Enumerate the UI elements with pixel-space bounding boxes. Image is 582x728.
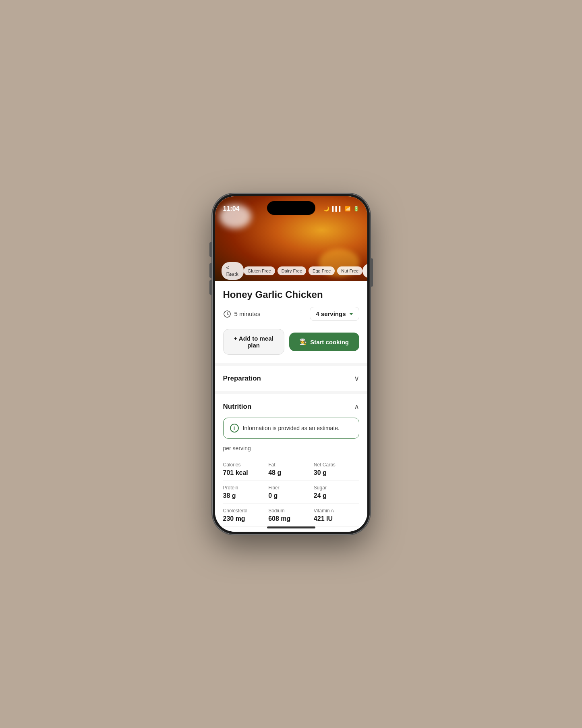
preparation-section: Preparation ∨ — [215, 366, 367, 391]
actions-row: + Add to meal plan 👨‍🍳 Start cooking — [223, 329, 359, 355]
chef-hat-icon: 👨‍🍳 — [299, 338, 307, 345]
status-icons: 🌙 ▌▌▌ 📶 🔋 — [323, 206, 359, 212]
preparation-header[interactable]: Preparation ∨ — [223, 374, 359, 383]
sodium-value: 608 mg — [268, 515, 314, 522]
iron-label: Iron — [314, 531, 359, 532]
nutrition-cholesterol: Cholesterol 230 mg — [223, 504, 269, 527]
signal-icon: ▌▌▌ — [332, 206, 342, 212]
add-meal-label: + Add to meal plan — [234, 335, 273, 349]
nutrition-iron: Iron 2 mg — [314, 527, 359, 532]
estimate-text: Information is provided as an estimate. — [243, 425, 340, 431]
recipe-title: Honey Garlic Chicken — [223, 289, 359, 300]
vitamin-c-label: Vitamin C — [223, 531, 269, 532]
cholesterol-value: 230 mg — [223, 515, 269, 522]
content-area: Honey Garlic Chicken 5 minutes 4 serving — [215, 281, 367, 532]
fiber-value: 0 g — [268, 492, 314, 499]
net-carbs-label: Net Carbs — [314, 462, 359, 468]
nutrition-vitamin-a: Vitamin A 421 IU — [314, 504, 359, 527]
meta-row: 5 minutes 4 servings — [223, 307, 359, 321]
preparation-chevron: ∨ — [354, 374, 359, 383]
add-to-meal-plan-button[interactable]: + Add to meal plan — [223, 329, 284, 355]
calories-value: 701 kcal — [223, 469, 269, 476]
sodium-label: Sodium — [268, 508, 314, 514]
tags-row: Gluten Free Dairy Free Egg Free Nut Free — [244, 266, 362, 275]
calcium-label: Calcium — [268, 531, 314, 532]
start-cooking-label: Start cooking — [310, 339, 349, 345]
vitamin-a-value: 421 IU — [314, 515, 359, 522]
estimate-box: i Information is provided as an estimate… — [223, 418, 359, 439]
recipe-info-card: Honey Garlic Chicken 5 minutes 4 serving — [215, 281, 367, 363]
net-carbs-value: 30 g — [314, 469, 359, 476]
nutrition-chevron: ∧ — [354, 402, 359, 411]
battery-icon: 🔋 — [353, 206, 359, 212]
nav-bar: < Back Gluten Free Dairy Free Egg Free N… — [215, 261, 367, 281]
tag-dairy-free: Dairy Free — [278, 266, 306, 275]
screen: 11:04 🌙 ▌▌▌ 📶 🔋 < Back Gluten Free — [215, 196, 367, 532]
protein-value: 38 g — [223, 492, 269, 499]
favorite-button[interactable]: ♥ — [362, 264, 367, 278]
tag-nut-free: Nut Free — [337, 266, 362, 275]
info-icon: i — [230, 424, 239, 433]
protein-label: Protein — [223, 485, 269, 491]
dynamic-island — [267, 201, 315, 215]
phone-screen: 11:04 🌙 ▌▌▌ 📶 🔋 < Back Gluten Free — [215, 196, 367, 532]
preparation-title: Preparation — [223, 374, 261, 383]
cholesterol-label: Cholesterol — [223, 508, 269, 514]
nutrition-protein: Protein 38 g — [223, 481, 269, 504]
nutrition-net-carbs: Net Carbs 30 g — [314, 458, 359, 481]
start-cooking-button[interactable]: 👨‍🍳 Start cooking — [289, 333, 359, 351]
fiber-label: Fiber — [268, 485, 314, 491]
nutrition-sodium: Sodium 608 mg — [268, 504, 314, 527]
nutrition-header[interactable]: Nutrition ∧ — [223, 402, 359, 411]
per-serving-label: per serving — [223, 445, 359, 451]
back-label: < Back — [226, 264, 239, 277]
nutrition-grid: Calories 701 kcal Fat 48 g Net Carbs 30 … — [223, 458, 359, 532]
dropdown-arrow-icon — [349, 313, 353, 315]
fat-label: Fat — [268, 462, 314, 468]
hero-image: 11:04 🌙 ▌▌▌ 📶 🔋 < Back Gluten Free — [215, 196, 367, 281]
tag-gluten-free: Gluten Free — [244, 266, 275, 275]
moon-icon: 🌙 — [323, 206, 329, 212]
phone-frame: 11:04 🌙 ▌▌▌ 📶 🔋 < Back Gluten Free — [213, 194, 370, 534]
nutrition-title: Nutrition — [223, 403, 252, 411]
svg-line-2 — [227, 314, 228, 315]
nutrition-vitamin-c: Vitamin C 2 mg — [223, 527, 269, 532]
time-info: 5 minutes — [223, 310, 261, 318]
back-button[interactable]: < Back — [222, 262, 244, 280]
wifi-icon: 📶 — [345, 206, 351, 212]
tag-egg-free: Egg Free — [309, 266, 335, 275]
nutrition-sugar: Sugar 24 g — [314, 481, 359, 504]
nutrition-section: Nutrition ∧ i Information is provided as… — [215, 394, 367, 532]
vitamin-a-label: Vitamin A — [314, 508, 359, 514]
servings-label: 4 servings — [316, 310, 346, 317]
nutrition-fiber: Fiber 0 g — [268, 481, 314, 504]
clock-icon — [223, 310, 231, 318]
nutrition-calories: Calories 701 kcal — [223, 458, 269, 481]
sugar-value: 24 g — [314, 492, 359, 499]
sugar-label: Sugar — [314, 485, 359, 491]
servings-selector[interactable]: 4 servings — [310, 307, 359, 321]
home-indicator — [267, 526, 315, 528]
calories-label: Calories — [223, 462, 269, 468]
time-label: 5 minutes — [234, 310, 261, 317]
fat-value: 48 g — [268, 469, 314, 476]
status-time: 11:04 — [223, 205, 240, 212]
nutrition-fat: Fat 48 g — [268, 458, 314, 481]
